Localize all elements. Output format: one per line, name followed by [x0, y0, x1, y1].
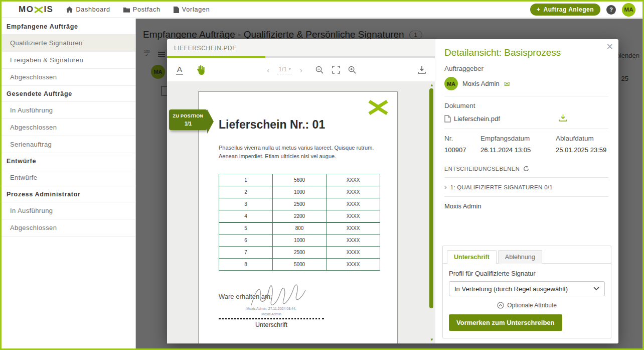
pdf-file-icon: [444, 115, 451, 123]
client-name: Moxis Admin: [462, 80, 500, 87]
decision-level-1[interactable]: › 1: QUALIFIZIERTE SIGNATUREN 0/1: [444, 183, 608, 191]
user-avatar[interactable]: MA: [622, 3, 635, 17]
sidebar-item-abgeschlossen-2[interactable]: Abgeschlossen: [2, 119, 135, 136]
tab-unterschrift[interactable]: Unterschrift: [447, 250, 497, 264]
table-row: 32500XXXX: [219, 198, 380, 210]
received-date-label: Empfangsdatum: [480, 135, 556, 142]
chevron-right-icon: ›: [444, 183, 447, 191]
document-row: Lieferschein.pdf: [444, 114, 608, 123]
received-date-value: 26.11.2024 13:05: [480, 146, 556, 154]
menu-item-dashboard[interactable]: Dashboard: [66, 6, 110, 13]
signature-block: Ware erhalten am: Moxis Admin, 27.11.202…: [219, 293, 329, 328]
detail-title: Detailansicht: Basisprozess: [444, 47, 608, 58]
pdf-toolbar: A ‹ 1/1 ▾ ›: [167, 58, 435, 81]
menu-item-postfach[interactable]: Postfach: [123, 6, 160, 13]
pdf-document-title: Lieferschein Nr.: 01: [219, 118, 397, 132]
sidebar-item-in-ausfuehrung-1[interactable]: In Ausführung: [2, 102, 135, 119]
sidebar-section-prozess-admin: Prozess Administrator: [2, 186, 135, 202]
scroll-up-arrow[interactable]: ▲: [430, 83, 434, 87]
previous-page-icon[interactable]: ‹: [267, 66, 269, 74]
top-navigation-bar: MO IS Dashboard Postfach Vorlagen + Auft…: [2, 2, 642, 18]
sidebar-section-gesendete: Gesendete Aufträge: [2, 86, 135, 102]
nr-label: Nr.: [444, 135, 480, 142]
divider: [444, 129, 608, 129]
action-tabs: Unterschrift Ablehnung: [443, 246, 611, 264]
next-page-icon[interactable]: ›: [300, 66, 302, 74]
document-name[interactable]: Lieferschein.pdf: [454, 115, 500, 123]
document-tabbar: LIEFERSCHEIN.PDF: [167, 39, 435, 58]
sidebar-item-freigaben-signaturen[interactable]: Freigaben & Signaturen: [2, 52, 135, 69]
decision-levels-header: ENTSCHEIDUNGSEBENEN: [444, 166, 608, 172]
sidebar-item-abgeschlossen-1[interactable]: Abgeschlossen: [2, 69, 135, 86]
sidebar-item-in-ausfuehrung-2[interactable]: In Ausführung: [2, 202, 135, 219]
divider: [444, 196, 608, 197]
pdf-viewport: Lieferschein Nr.: 01 Phasellus viverra n…: [167, 81, 435, 343]
sidebar-section-empfangene: Empfangene Aufträge: [2, 19, 135, 35]
table-row: 15600XXXX: [219, 174, 380, 186]
table-row: 72500XXXX: [219, 247, 380, 259]
submit-signature-button[interactable]: Vormerken zum Unterschreiben: [449, 314, 562, 331]
detail-panel: × Detailansicht: Basisprozess Auftraggeb…: [435, 39, 618, 343]
logo-text-prefix: MO: [19, 5, 34, 15]
help-icon[interactable]: ?: [606, 5, 616, 15]
detail-modal: LIEFERSCHEIN.PDF A ‹ 1/1 ▾ ›: [167, 39, 618, 343]
download-document-icon[interactable]: [559, 114, 567, 123]
hand-pan-tool[interactable]: [196, 65, 206, 75]
topbar-right-cluster: + Auftrag Anlegen ? MA: [530, 3, 642, 17]
client-row: MA Moxis Admin ✉: [444, 77, 608, 90]
menu-label: Dashboard: [76, 6, 110, 13]
fullscreen-icon[interactable]: [332, 66, 340, 74]
zoom-out-icon[interactable]: [315, 66, 324, 74]
folder-icon: [123, 7, 130, 13]
text-annotation-tool[interactable]: A: [176, 65, 183, 75]
envelope-icon[interactable]: ✉: [504, 80, 510, 88]
table-row: 42200XXXX: [219, 210, 380, 222]
moxis-logo[interactable]: MO IS: [19, 5, 53, 15]
scroll-down-arrow[interactable]: ▼: [430, 337, 434, 342]
table-row: 85000XXXX: [219, 259, 380, 271]
zoom-in-icon[interactable]: [348, 66, 357, 74]
sidebar-item-entwuerfe[interactable]: Entwürfe: [2, 169, 135, 186]
table-row: 5800XXXX: [219, 222, 380, 235]
selected-profile-value: In Vertretung (durch Regel ausgewählt): [454, 285, 568, 293]
divider: [444, 177, 608, 178]
handwritten-signature: [246, 277, 311, 313]
create-order-button[interactable]: + Auftrag Anlegen: [530, 4, 600, 16]
signature-action-card: Unterschrift Ablehnung Profil für Qualif…: [442, 246, 611, 338]
main-menu: Dashboard Postfach Vorlagen: [66, 6, 210, 13]
pdf-body-text: Phasellus viverra nulla ut metus varius …: [219, 144, 377, 161]
circle-chevron-icon: [497, 302, 504, 309]
close-icon[interactable]: ×: [606, 40, 613, 53]
signature-profile-select[interactable]: In Vertretung (durch Regel ausgewählt): [449, 281, 605, 296]
page-number-dropdown[interactable]: 1/1 ▾: [277, 66, 292, 74]
refresh-icon[interactable]: [523, 166, 529, 172]
caret-down-icon: ▾: [289, 67, 291, 71]
document-icon: [174, 7, 179, 13]
expiry-date-label: Ablaufdatum: [556, 135, 606, 142]
sidebar-item-abgeschlossen-3[interactable]: Abgeschlossen: [2, 219, 135, 237]
pdf-page: Lieferschein Nr.: 01 Phasellus viverra n…: [198, 91, 398, 343]
optional-attributes-toggle[interactable]: Optionale Attribute: [449, 302, 605, 309]
tab-ablehnung[interactable]: Ablehnung: [498, 250, 542, 264]
pdf-viewer-pane: LIEFERSCHEIN.PDF A ‹ 1/1 ▾ ›: [167, 39, 435, 343]
client-avatar: MA: [444, 77, 458, 90]
jump-to-position-badge[interactable]: ZU POSITION 1/1: [169, 109, 207, 130]
divider: [444, 96, 608, 96]
signature-line: [219, 318, 324, 319]
home-icon: [66, 7, 73, 13]
sidebar: Empfangene Aufträge Qualifizierte Signat…: [2, 19, 136, 348]
sidebar-item-qualifizierte-signaturen[interactable]: Qualifizierte Signaturen: [2, 35, 135, 52]
menu-item-vorlagen[interactable]: Vorlagen: [174, 6, 210, 13]
create-order-label: Auftrag Anlegen: [544, 6, 594, 13]
moxis-x-watermark-icon: [368, 100, 388, 115]
menu-label: Postfach: [133, 6, 160, 13]
plus-icon: +: [537, 6, 541, 13]
chevron-down-icon: [593, 287, 599, 291]
active-tab-indicator: [167, 56, 265, 58]
page-navigation: ‹ 1/1 ▾ ›: [267, 66, 357, 74]
tab-lieferschein-pdf[interactable]: LIEFERSCHEIN.PDF: [167, 39, 256, 56]
table-row: 21000XXXX: [219, 186, 380, 198]
sidebar-item-serienauftrag[interactable]: Serienauftrag: [2, 136, 135, 153]
pdf-scrollbar-thumb[interactable]: [429, 88, 433, 308]
download-pdf-icon[interactable]: [418, 66, 426, 74]
